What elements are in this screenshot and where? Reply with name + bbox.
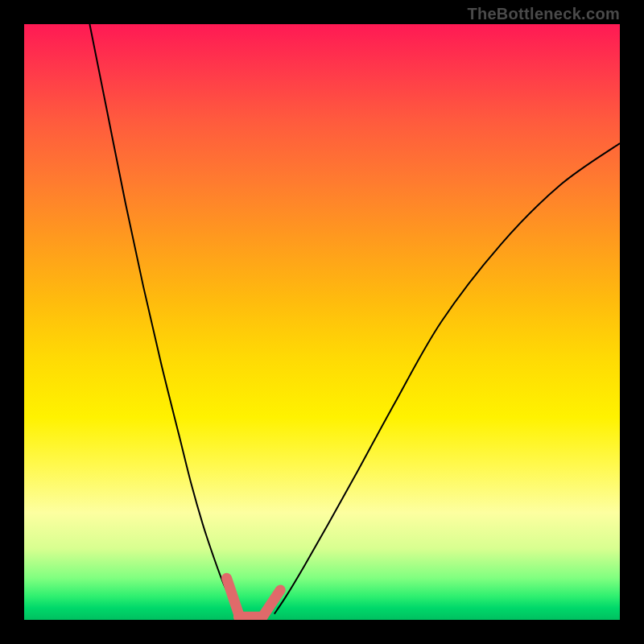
marker-segment-right [262,590,280,617]
left-curve [89,24,238,614]
watermark-text: TheBottleneck.com [467,5,620,23]
curves-svg [24,24,620,620]
plot-area [24,24,620,620]
marker-segment-left [227,578,239,613]
chart-frame: TheBottleneck.com [0,0,644,644]
right-curve [275,143,620,614]
